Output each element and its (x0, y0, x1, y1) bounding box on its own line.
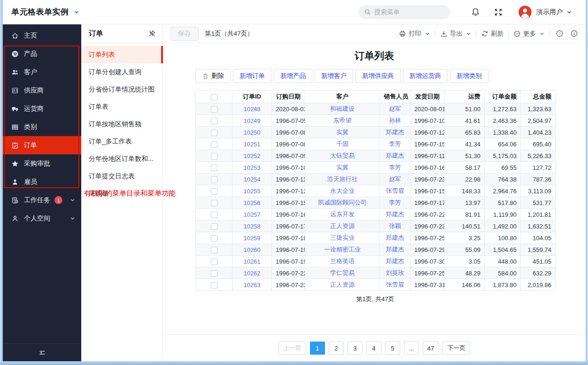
add-button-新增客户[interactable]: 新增客户 (315, 69, 353, 83)
order-id-link[interactable]: 10250 (243, 129, 260, 136)
sidebar-item-类别[interactable]: 类别 (3, 118, 81, 136)
page-number-button-2[interactable]: 2 (329, 342, 344, 355)
save-button[interactable]: 保存 (170, 27, 199, 41)
row-checkbox[interactable] (211, 212, 217, 218)
app-title-chevron-down-icon[interactable] (73, 9, 80, 15)
sidebar-item-工作任务[interactable]: 工作任务1 (3, 191, 81, 209)
previous-page-button[interactable]: 上一页 (279, 342, 306, 355)
customer-link[interactable]: 凯诚国际顾问公司 (318, 199, 367, 206)
search-input[interactable]: 搜索菜单 (358, 5, 450, 19)
user-avatar[interactable] (518, 6, 532, 19)
customer-link[interactable]: 正人资源 (330, 281, 355, 288)
user-chevron-down-icon[interactable] (566, 9, 573, 15)
salesperson-link[interactable]: 郑建杰 (386, 246, 404, 253)
sidebar-item-采购审批[interactable]: 采购审批 (3, 154, 81, 173)
user-name[interactable]: 演示用户 (536, 8, 563, 16)
row-checkbox[interactable] (211, 176, 217, 183)
add-button-新增订单[interactable]: 新增订单 (233, 69, 271, 83)
row-checkbox[interactable] (211, 141, 217, 148)
sidebar-item-客户[interactable]: 客户 (3, 63, 81, 81)
row-checkbox[interactable] (211, 259, 217, 265)
add-button-新增类别[interactable]: 新增类别 (450, 69, 488, 83)
add-button-新增产品[interactable]: 新增产品 (274, 69, 312, 83)
order-id-link[interactable]: 10251 (243, 141, 260, 148)
sidebar-item-主页[interactable]: 主页 (3, 26, 81, 45)
submenu-item-订单按地区销售额[interactable]: 订单按地区销售额 (81, 115, 162, 133)
row-checkbox[interactable] (211, 153, 217, 160)
sidebar-item-运货商[interactable]: 运货商 (3, 99, 81, 118)
order-id-link[interactable]: 10262 (243, 270, 260, 277)
customer-link[interactable]: 兰格英语 (330, 258, 355, 265)
order-id-link[interactable]: 10254 (243, 176, 260, 183)
info-icon[interactable] (570, 30, 578, 38)
order-id-link[interactable]: 10257 (243, 211, 260, 218)
salesperson-link[interactable]: 李芳 (389, 199, 401, 206)
print-button[interactable]: 打印 (399, 30, 430, 38)
submenu-item-订单_多工作表[interactable]: 订单_多工作表 (81, 133, 162, 150)
customer-link[interactable]: 大钰贸易 (330, 152, 355, 159)
customer-link[interactable]: 千固 (336, 140, 348, 147)
page-number-button-3[interactable]: 3 (348, 342, 363, 355)
page-number-button-5[interactable]: 5 (385, 342, 400, 355)
order-id-link[interactable]: 10258 (243, 223, 260, 230)
row-checkbox[interactable] (211, 129, 217, 136)
sidebar-item-个人空间[interactable]: 个人空间 (3, 209, 81, 228)
submenu-item-订单表[interactable]: 订单表 (81, 98, 162, 115)
customer-link[interactable]: 学仁贸易 (330, 269, 355, 276)
submenu-item-分年份地区订单数和...[interactable]: 分年份地区订单数和... (81, 150, 162, 167)
salesperson-link[interactable]: 张雪眉 (386, 281, 404, 288)
more-button[interactable]: 更多 (513, 30, 545, 38)
row-checkbox[interactable] (211, 118, 217, 124)
order-id-link[interactable]: 10256 (243, 199, 260, 206)
export-button[interactable]: 导出 (440, 30, 472, 38)
order-id-link[interactable]: 10252 (243, 152, 260, 160)
salesperson-link[interactable]: 郑建杰 (386, 152, 404, 159)
page-number-button-4[interactable]: 4 (366, 342, 381, 355)
row-checkbox[interactable] (211, 282, 217, 289)
salesperson-link[interactable]: 郑建杰 (386, 211, 404, 218)
unpin-icon[interactable] (148, 30, 156, 38)
customer-link[interactable]: 三捷实业 (330, 234, 355, 241)
order-id-link[interactable]: 10249 (243, 117, 260, 124)
salesperson-link[interactable]: 李芳 (389, 164, 401, 171)
order-id-link[interactable]: 10259 (243, 235, 260, 242)
page-number-button-1[interactable]: 1 (310, 342, 325, 355)
app-title[interactable]: 单元格表单实例 (11, 7, 69, 17)
salesperson-link[interactable]: 张颖 (389, 222, 401, 229)
salesperson-link[interactable]: 赵军 (389, 175, 401, 182)
salesperson-link[interactable]: 郑建杰 (386, 129, 404, 136)
customer-link[interactable]: 远东开发 (330, 211, 355, 218)
salesperson-link[interactable]: 张雪眉 (386, 187, 404, 194)
customer-link[interactable]: 一诠精密工业 (324, 246, 361, 253)
salesperson-link[interactable]: 刘英玫 (386, 269, 404, 276)
page-number-button-47[interactable]: 47 (423, 342, 439, 355)
help-icon[interactable]: ? (556, 30, 564, 38)
customer-link[interactable]: 实翼 (336, 164, 348, 171)
submenu-item-订单列表[interactable]: 订单列表 (81, 46, 162, 63)
customer-link[interactable]: 正人资源 (330, 222, 355, 229)
add-button-新增供应商[interactable]: 新增供应商 (356, 69, 401, 83)
row-checkbox[interactable] (211, 200, 217, 206)
order-id-link[interactable]: 10248 (243, 106, 260, 113)
collapse-sidebar-button[interactable] (3, 343, 81, 361)
sidebar-item-产品[interactable]: 产品 (3, 45, 81, 63)
sidebar-item-订单[interactable]: 订单 (3, 136, 81, 154)
salesperson-link[interactable]: 赵军 (389, 105, 401, 112)
page-ellipsis-button[interactable]: ... (404, 342, 419, 355)
submenu-item-订单提交日志表[interactable]: 订单提交日志表 (81, 167, 162, 185)
row-checkbox[interactable] (211, 188, 217, 195)
salesperson-link[interactable]: 郑建杰 (386, 258, 404, 265)
row-checkbox[interactable] (211, 223, 217, 230)
next-page-button[interactable]: 下一页 (442, 342, 470, 355)
submenu-item-订单分创建人查询[interactable]: 订单分创建人查询 (81, 63, 162, 81)
order-id-link[interactable]: 10261 (243, 258, 260, 265)
row-checkbox[interactable] (211, 270, 217, 277)
delete-button[interactable]: 删除 (195, 69, 231, 83)
refresh-button[interactable]: 刷新 (481, 30, 503, 38)
salesperson-link[interactable]: 郑建杰 (386, 234, 404, 241)
submenu-item-分省份订单情况统计图[interactable]: 分省份订单情况统计图 (81, 81, 162, 98)
row-checkbox[interactable] (211, 165, 217, 171)
customer-link[interactable]: 和福建设 (330, 105, 355, 112)
order-id-link[interactable]: 10263 (243, 281, 260, 289)
customer-link[interactable]: 实翼 (336, 129, 348, 136)
